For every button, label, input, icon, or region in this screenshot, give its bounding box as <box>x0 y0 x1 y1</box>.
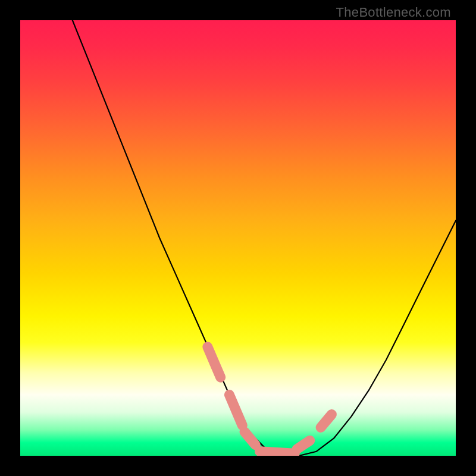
highlight-segment <box>229 395 242 425</box>
plot-area <box>20 20 456 456</box>
highlight-segment <box>321 415 331 428</box>
attribution-watermark: TheBottleneck.com <box>336 5 451 20</box>
curve-layer <box>20 20 456 456</box>
highlight-segment <box>297 440 310 449</box>
chart-frame: TheBottleneck.com <box>0 0 476 476</box>
highlight-segment <box>208 347 221 377</box>
bottleneck-curve <box>73 20 456 456</box>
highlight-segment <box>245 432 255 445</box>
highlight-segment <box>260 452 295 454</box>
